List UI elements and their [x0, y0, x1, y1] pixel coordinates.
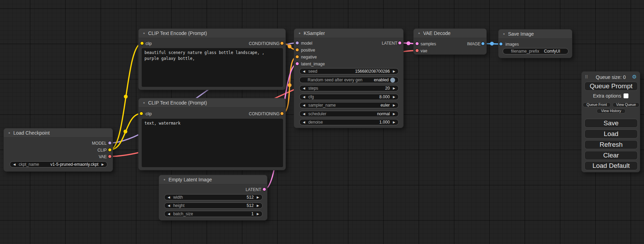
- cfg-widget[interactable]: ◀ cfg 8.000 ▶: [299, 94, 399, 100]
- node-ksampler[interactable]: ● KSampler model positive negative laten…: [294, 28, 404, 128]
- node-save-image[interactable]: ● Save Image images filename_prefix Comf…: [498, 29, 572, 58]
- widget-name: ckpt_name: [19, 162, 39, 167]
- prompt-textarea[interactable]: text, watermark: [142, 119, 283, 167]
- view-queue-button[interactable]: View Queue: [612, 102, 639, 107]
- collapse-dot-icon[interactable]: ●: [143, 101, 145, 105]
- widget-value: 512: [247, 195, 254, 200]
- decrement-arrow-icon[interactable]: ◀: [168, 196, 170, 199]
- link-midpoint-dot[interactable]: [288, 83, 292, 87]
- save-button[interactable]: Save: [584, 119, 638, 128]
- queue-prompt-button[interactable]: Queue Prompt: [584, 82, 638, 91]
- extra-options-label: Extra options: [593, 93, 621, 99]
- increment-arrow-icon[interactable]: ▶: [257, 213, 259, 216]
- node-title-bar[interactable]: ● Empty Latent Image: [159, 175, 267, 184]
- extra-options-row: Extra options: [582, 93, 640, 99]
- extra-options-checkbox[interactable]: [624, 93, 628, 98]
- sampler-name-widget[interactable]: ◀ sampler_name euler ▶: [299, 102, 399, 108]
- decrement-arrow-icon[interactable]: ◀: [168, 204, 170, 207]
- increment-arrow-icon[interactable]: ▶: [393, 104, 395, 107]
- node-title-bar[interactable]: ● VAE Decode: [414, 29, 486, 38]
- node-clip-text-encode-positive[interactable]: ● CLIP Text Encode (Prompt) clip CONDITI…: [138, 28, 286, 90]
- increment-arrow-icon[interactable]: ▶: [393, 87, 395, 90]
- node-title-bar[interactable]: ● CLIP Text Encode (Prompt): [139, 98, 285, 108]
- height-widget[interactable]: ◀ height 512 ▶: [164, 202, 263, 209]
- increment-arrow-icon[interactable]: ▶: [257, 196, 259, 199]
- load-button[interactable]: Load: [584, 129, 638, 138]
- collapse-dot-icon[interactable]: ●: [8, 132, 10, 135]
- link-midpoint-dot[interactable]: [490, 42, 494, 46]
- increment-arrow-icon[interactable]: ▶: [393, 112, 395, 116]
- widget-value: 156680208700286: [355, 69, 390, 74]
- increment-arrow-icon[interactable]: ▶: [393, 70, 395, 73]
- input-label-latent-image: latent_image: [301, 61, 325, 67]
- input-label-samples: samples: [421, 40, 436, 47]
- node-title-bar[interactable]: ● CLIP Text Encode (Prompt): [139, 29, 285, 38]
- decrement-arrow-icon[interactable]: ◀: [168, 213, 170, 216]
- node-title: KSampler: [303, 30, 325, 36]
- node-vae-decode[interactable]: ● VAE Decode samples vae IMAGE: [413, 28, 487, 55]
- load-default-button[interactable]: Load Default: [584, 161, 638, 170]
- queue-panel[interactable]: ⠿ Queue size: 0 ⚙ Queue Prompt Extra opt…: [581, 71, 640, 172]
- widget-name: filename_prefix: [511, 49, 539, 54]
- decrement-arrow-icon[interactable]: ◀: [303, 104, 305, 107]
- decrement-arrow-icon[interactable]: ◀: [13, 163, 16, 166]
- decrement-arrow-icon[interactable]: ◀: [303, 112, 305, 116]
- output-label-model: MODEL: [92, 140, 107, 147]
- input-label-vae: vae: [421, 47, 427, 54]
- width-widget[interactable]: ◀ width 512 ▶: [164, 194, 263, 200]
- batch-size-widget[interactable]: ◀ batch_size 1 ▶: [164, 211, 263, 217]
- link-midpoint-dot[interactable]: [288, 45, 292, 48]
- toggle-knob-icon[interactable]: [390, 78, 395, 83]
- node-clip-text-encode-negative[interactable]: ● CLIP Text Encode (Prompt) clip CONDITI…: [138, 98, 286, 170]
- decrement-arrow-icon[interactable]: ◀: [303, 70, 305, 73]
- decrement-arrow-icon[interactable]: ◀: [303, 96, 305, 99]
- node-load-checkpoint[interactable]: ● Load Checkpoint MODEL CLIP VAE ◀ ckpt_…: [3, 128, 113, 172]
- increment-arrow-icon[interactable]: ▶: [257, 204, 259, 207]
- view-history-button[interactable]: View History: [597, 109, 626, 114]
- queue-front-button[interactable]: Queue Front: [583, 102, 611, 107]
- collapse-dot-icon[interactable]: ●: [164, 178, 165, 181]
- node-title-bar[interactable]: ● Save Image: [499, 29, 572, 39]
- widget-value: enabled: [374, 78, 389, 82]
- prompt-textarea[interactable]: beautiful scenery nature glass bottle la…: [142, 48, 283, 87]
- collapse-dot-icon[interactable]: ●: [299, 32, 300, 35]
- node-title: CLIP Text Encode (Prompt): [148, 30, 207, 36]
- filename-prefix-widget[interactable]: filename_prefix ComfyUI: [503, 48, 568, 54]
- collapse-dot-icon[interactable]: ●: [418, 32, 420, 35]
- widget-name: height: [173, 203, 185, 208]
- widget-value: normal: [377, 111, 390, 116]
- collapse-dot-icon[interactable]: ●: [143, 32, 145, 35]
- link-midpoint-dot[interactable]: [124, 95, 128, 99]
- node-title-bar[interactable]: ● KSampler: [294, 29, 403, 38]
- increment-arrow-icon[interactable]: ▶: [393, 96, 395, 99]
- collapse-dot-icon[interactable]: ●: [503, 33, 505, 36]
- ckpt-name-widget[interactable]: ◀ ckpt_name v1-5-pruned-emaonly.ckpt ▶: [10, 161, 107, 168]
- node-title: Empty Latent Image: [168, 177, 212, 182]
- input-label-negative: negative: [301, 54, 317, 61]
- clear-button[interactable]: Clear: [584, 151, 638, 160]
- node-title: CLIP Text Encode (Prompt): [148, 100, 207, 106]
- output-label-latent: LATENT: [246, 186, 261, 193]
- increment-arrow-icon[interactable]: ▶: [102, 163, 104, 166]
- denoise-widget[interactable]: ◀ denoise 1.000 ▶: [299, 119, 399, 125]
- steps-widget[interactable]: ◀ steps 20 ▶: [299, 85, 399, 91]
- node-title-bar[interactable]: ● Load Checkpoint: [4, 128, 113, 138]
- output-label-vae: VAE: [99, 153, 107, 160]
- scheduler-widget[interactable]: ◀ scheduler normal ▶: [299, 111, 399, 117]
- input-label-positive: positive: [301, 47, 315, 54]
- refresh-button[interactable]: Refresh: [584, 140, 638, 149]
- link-midpoint-dot[interactable]: [407, 42, 411, 45]
- decrement-arrow-icon[interactable]: ◀: [303, 87, 305, 90]
- seed-widget[interactable]: ◀ seed 156680208700286 ▶: [299, 68, 399, 74]
- output-label-conditioning: CONDITIONING: [249, 40, 280, 47]
- widget-name: seed: [308, 69, 317, 74]
- increment-arrow-icon[interactable]: ▶: [393, 121, 395, 124]
- node-graph-canvas[interactable]: ● Load Checkpoint MODEL CLIP VAE ◀ ckpt_…: [0, 0, 644, 244]
- link-midpoint-dot[interactable]: [124, 130, 127, 134]
- gear-icon[interactable]: ⚙: [632, 74, 637, 80]
- input-label-images: images: [505, 41, 519, 48]
- widget-name: sampler_name: [308, 103, 336, 108]
- decrement-arrow-icon[interactable]: ◀: [303, 121, 305, 124]
- random-seed-toggle-widget[interactable]: Random seed after every gen enabled: [299, 77, 399, 83]
- node-empty-latent-image[interactable]: ● Empty Latent Image LATENT ◀ width 512 …: [159, 175, 267, 220]
